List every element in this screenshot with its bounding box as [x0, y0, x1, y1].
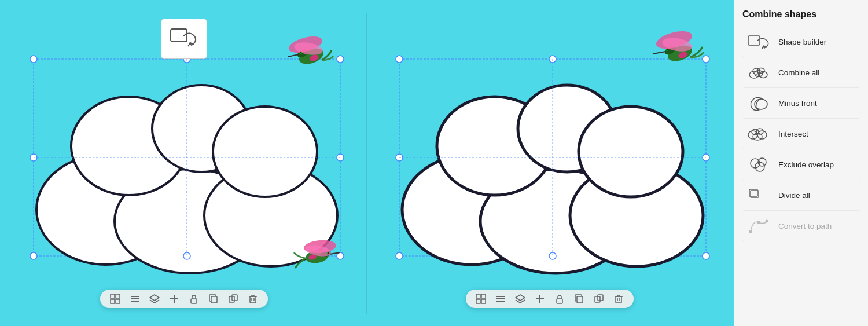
- sidebar-item-combine-all[interactable]: Combine all: [742, 57, 860, 88]
- sidebar-item-intersect[interactable]: Intersect: [742, 119, 860, 149]
- svg-rect-97: [577, 296, 583, 303]
- intersect-icon-box: [746, 123, 771, 144]
- svg-marker-46: [150, 295, 159, 301]
- svg-rect-50: [211, 296, 217, 303]
- trash-icon-right[interactable]: [613, 293, 624, 305]
- hummingbird-top-right: [637, 21, 712, 79]
- copy-icon-right[interactable]: [573, 293, 585, 305]
- svg-marker-93: [516, 295, 525, 301]
- svg-rect-86: [476, 294, 480, 298]
- combine-all-label: Combine all: [778, 68, 819, 77]
- svg-point-63: [667, 49, 668, 50]
- right-panel-toolbar: [466, 290, 634, 308]
- panel-divider: [366, 13, 367, 314]
- right-sidebar: Combine shapes Shape builder Combine all: [734, 0, 868, 326]
- svg-point-8: [300, 52, 301, 53]
- divide-all-icon-box: [746, 185, 771, 206]
- exclude-overlap-label: Exclude overlap: [778, 160, 834, 169]
- svg-point-104: [749, 71, 759, 78]
- svg-rect-100: [616, 296, 621, 303]
- svg-point-76: [396, 56, 403, 63]
- svg-rect-88: [476, 299, 480, 303]
- minus-front-icon-box: [746, 93, 771, 113]
- right-canvas-panel[interactable]: [376, 13, 723, 314]
- svg-rect-49: [191, 299, 197, 303]
- svg-rect-42: [116, 299, 120, 303]
- trash-icon[interactable]: [247, 293, 259, 305]
- svg-point-120: [749, 230, 752, 233]
- svg-rect-87: [481, 294, 486, 298]
- svg-point-121: [757, 221, 760, 224]
- svg-rect-89: [481, 299, 486, 303]
- svg-line-6: [288, 54, 299, 57]
- svg-rect-53: [250, 296, 256, 303]
- add-icon-right[interactable]: [534, 293, 546, 305]
- copy-icon[interactable]: [208, 293, 219, 305]
- svg-rect-40: [116, 294, 120, 298]
- svg-point-78: [396, 252, 403, 259]
- shape-builder-icon-box: [746, 31, 771, 52]
- menu-icon[interactable]: [129, 293, 141, 305]
- hummingbird-top-left: [271, 24, 340, 79]
- minus-front-label: Minus front: [778, 99, 817, 108]
- divide-all-label: Divide all: [778, 191, 810, 200]
- svg-line-14: [330, 252, 340, 254]
- layers-icon-right[interactable]: [514, 293, 526, 305]
- convert-to-path-label: Convert to path: [778, 222, 832, 230]
- svg-point-31: [30, 252, 37, 259]
- svg-rect-96: [557, 299, 562, 303]
- svg-point-75: [579, 107, 683, 197]
- svg-rect-39: [111, 294, 115, 298]
- sidebar-title: Combine shapes: [742, 9, 860, 20]
- convert-to-path-icon-box: [746, 215, 771, 236]
- add-icon[interactable]: [168, 293, 180, 305]
- sidebar-item-shape-builder[interactable]: Shape builder: [742, 27, 860, 57]
- svg-point-122: [766, 220, 768, 223]
- combine-all-icon-box: [746, 62, 771, 83]
- svg-point-29: [30, 56, 37, 63]
- exclude-overlap-icon-box: [746, 154, 771, 175]
- svg-point-79: [703, 252, 709, 259]
- svg-point-28: [213, 107, 317, 197]
- sidebar-item-exclude-overlap[interactable]: Exclude overlap: [742, 149, 860, 180]
- shape-builder-label: Shape builder: [778, 38, 826, 46]
- sidebar-item-divide-all[interactable]: Divide all: [742, 180, 860, 211]
- intersect-label: Intersect: [778, 130, 808, 138]
- shape-builder-badge: [161, 19, 207, 59]
- svg-line-61: [653, 52, 665, 54]
- group-copy-icon-right[interactable]: [593, 293, 605, 305]
- svg-rect-41: [111, 299, 115, 303]
- group-copy-icon[interactable]: [227, 293, 239, 305]
- lock-icon-right[interactable]: [554, 293, 565, 305]
- menu-icon-right[interactable]: [495, 293, 506, 305]
- left-panel-toolbar: [100, 290, 268, 308]
- lock-icon[interactable]: [188, 293, 200, 305]
- grid-icon-right[interactable]: [475, 293, 487, 305]
- sidebar-item-convert-to-path[interactable]: Convert to path: [742, 211, 860, 241]
- layers-icon[interactable]: [149, 293, 160, 305]
- hummingbird-bottom-left: [288, 225, 352, 285]
- sidebar-item-minus-front[interactable]: Minus front: [742, 88, 860, 119]
- grid-icon[interactable]: [109, 293, 121, 305]
- left-canvas-panel[interactable]: [10, 13, 358, 314]
